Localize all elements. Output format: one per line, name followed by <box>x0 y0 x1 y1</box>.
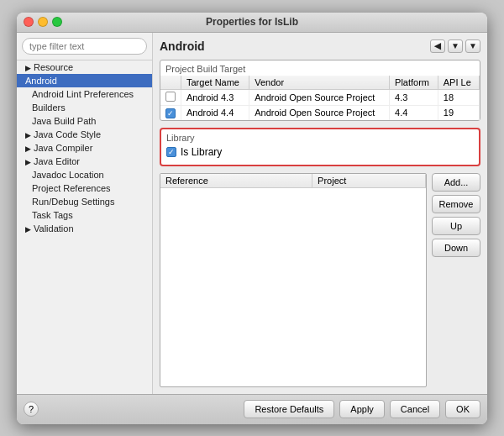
sidebar-item-javadoc[interactable]: Javadoc Location <box>17 168 152 181</box>
panel-title-row: Android ◀ ▼ ▼ <box>160 39 480 53</box>
panel-menu-btn[interactable]: ▼ <box>465 39 480 53</box>
sidebar-item-resource[interactable]: ▶Resource <box>17 60 152 74</box>
row-target: Android 4.4 <box>181 105 249 120</box>
add-button[interactable]: Add... <box>432 173 480 192</box>
ref-empty-cell <box>160 187 312 255</box>
sidebar-item-task-tags[interactable]: Task Tags <box>17 208 152 222</box>
maximize-button[interactable] <box>52 17 62 27</box>
library-section: Library ✓ Is Library <box>160 128 480 166</box>
build-target-label: Project Build Target <box>160 60 480 76</box>
window-title: Properties for IsLib <box>206 16 298 28</box>
col-target-name: Target Name <box>181 76 249 90</box>
row-platform: 4.3 <box>390 89 438 105</box>
down-button[interactable]: Down <box>432 239 480 257</box>
title-bar: Properties for IsLib <box>17 13 487 33</box>
panel-back-btn[interactable]: ◀ <box>430 39 445 53</box>
reference-area: Reference Project Add... <box>160 173 480 387</box>
restore-defaults-button[interactable]: Restore Defaults <box>244 400 334 418</box>
table-row[interactable]: Android 4.3 Android Open Source Project … <box>160 89 480 105</box>
panel-title-text: Android <box>160 39 205 53</box>
bottom-left: ? <box>24 402 39 417</box>
reference-table-wrap: Reference Project <box>160 173 427 387</box>
sidebar-item-java-build-path[interactable]: Java Build Path <box>17 114 152 128</box>
panel-forward-btn[interactable]: ▼ <box>448 39 463 53</box>
is-library-label: Is Library <box>181 146 222 158</box>
sidebar-item-android[interactable]: Android <box>17 74 152 87</box>
sidebar: ▶Resource Android Android Lint Preferenc… <box>17 33 153 394</box>
sidebar-item-validation[interactable]: ▶Validation <box>17 222 152 235</box>
arrow-icon: ▶ <box>25 225 31 234</box>
main-window: Properties for IsLib ▶Resource Android A… <box>17 13 487 424</box>
row-checkbox-cell[interactable] <box>160 89 181 105</box>
row-checkbox-cell[interactable]: ✓ <box>160 105 181 120</box>
arrow-icon: ▶ <box>25 64 31 72</box>
minimize-button[interactable] <box>38 17 48 27</box>
bottom-bar: ? Restore Defaults Apply Cancel OK <box>17 394 487 424</box>
row-platform: 4.4 <box>390 105 438 120</box>
row-vendor: Android Open Source Project <box>249 89 390 105</box>
help-icon: ? <box>29 404 34 414</box>
row-api: 19 <box>438 105 479 120</box>
col-api: API Le <box>438 76 479 90</box>
library-label: Library <box>166 133 474 143</box>
row-checkbox[interactable]: ✓ <box>165 108 176 118</box>
sidebar-item-java-code-style[interactable]: ▶Java Code Style <box>17 128 152 141</box>
cancel-button[interactable]: Cancel <box>390 400 440 418</box>
ok-button[interactable]: OK <box>445 400 480 418</box>
is-library-row: ✓ Is Library <box>166 146 474 158</box>
row-checkbox[interactable] <box>165 92 176 102</box>
arrow-icon: ▶ <box>25 144 31 153</box>
ref-empty-cell2 <box>312 187 426 255</box>
col-platform: Platform <box>390 76 438 90</box>
reference-table: Reference Project <box>160 174 426 255</box>
up-button[interactable]: Up <box>432 217 480 235</box>
col-vendor: Vendor <box>249 76 390 90</box>
panel-controls: ◀ ▼ ▼ <box>430 39 480 53</box>
help-button[interactable]: ? <box>24 402 39 417</box>
sidebar-item-android-lint[interactable]: Android Lint Preferences <box>17 87 152 101</box>
col-reference: Reference <box>160 174 312 188</box>
remove-button[interactable]: Remove <box>432 195 480 213</box>
ref-empty-row <box>160 187 426 255</box>
main-panel: Android ◀ ▼ ▼ Project Build Target Targe… <box>153 33 487 394</box>
row-api: 18 <box>438 89 479 105</box>
apply-button[interactable]: Apply <box>339 400 385 418</box>
build-target-section: Project Build Target Target Name Vendor … <box>160 60 480 121</box>
sidebar-item-java-editor[interactable]: ▶Java Editor <box>17 155 152 168</box>
filter-box <box>17 33 152 60</box>
traffic-lights <box>24 17 62 27</box>
sidebar-item-java-compiler[interactable]: ▶Java Compiler <box>17 141 152 155</box>
build-target-table: Target Name Vendor Platform API Le Andro… <box>160 76 480 120</box>
row-vendor: Android Open Source Project <box>249 105 390 120</box>
table-row[interactable]: ✓ Android 4.4 Android Open Source Projec… <box>160 105 480 120</box>
arrow-icon: ▶ <box>25 158 31 166</box>
row-target: Android 4.3 <box>181 89 249 105</box>
col-checkbox <box>160 76 181 90</box>
sidebar-item-project-refs[interactable]: Project References <box>17 181 152 195</box>
close-button[interactable] <box>24 17 34 27</box>
is-library-checkbox[interactable]: ✓ <box>166 147 176 157</box>
sidebar-item-run-debug[interactable]: Run/Debug Settings <box>17 195 152 208</box>
side-buttons: Add... Remove Up Down <box>432 173 480 387</box>
filter-input[interactable] <box>22 38 147 55</box>
content-area: ▶Resource Android Android Lint Preferenc… <box>17 33 487 394</box>
arrow-icon: ▶ <box>25 131 31 139</box>
sidebar-item-builders[interactable]: Builders <box>17 101 152 114</box>
col-project: Project <box>312 174 426 188</box>
